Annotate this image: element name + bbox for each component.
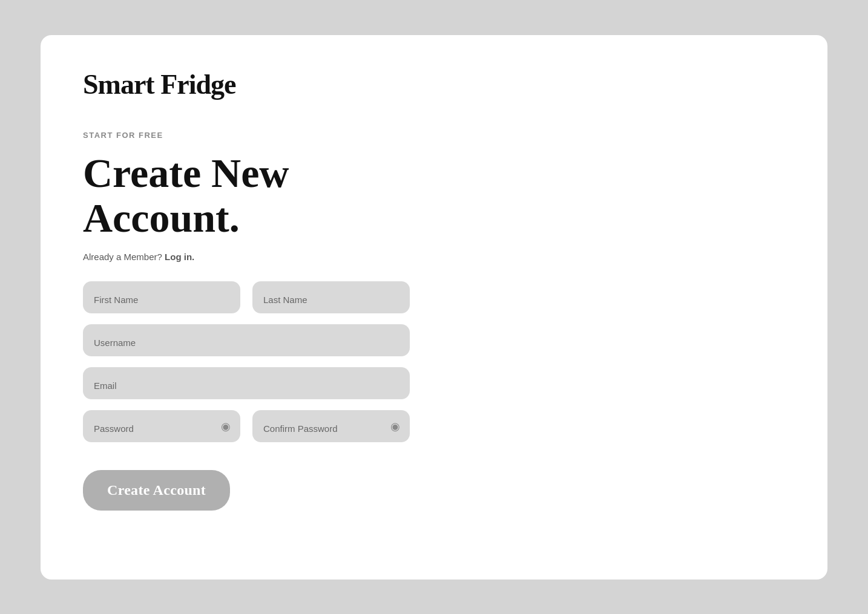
last-name-input[interactable] <box>252 281 410 313</box>
confirm-password-input[interactable] <box>252 410 410 442</box>
email-row <box>83 367 410 399</box>
member-text: Already a Member? Log in. <box>83 252 410 262</box>
last-name-group <box>252 281 410 313</box>
username-group <box>83 324 410 356</box>
username-input[interactable] <box>83 324 410 356</box>
create-account-button[interactable]: Create Account <box>83 470 230 511</box>
first-name-input[interactable] <box>83 281 240 313</box>
confirm-password-group: ◉ <box>252 410 410 442</box>
app-title: Smart Fridge <box>83 68 785 100</box>
email-input[interactable] <box>83 367 410 399</box>
password-group: ◉ <box>83 410 240 442</box>
password-input[interactable] <box>83 410 240 442</box>
registration-card: Smart Fridge START FOR FREE Create New A… <box>41 35 827 580</box>
confirm-password-eye-icon[interactable]: ◉ <box>390 420 400 433</box>
first-name-group <box>83 281 240 313</box>
email-group <box>83 367 410 399</box>
login-link[interactable]: Log in. <box>165 252 194 262</box>
start-label: START FOR FREE <box>83 131 410 140</box>
password-row: ◉ ◉ <box>83 410 410 442</box>
name-row <box>83 281 410 313</box>
username-row <box>83 324 410 356</box>
page-heading: Create New Account. <box>83 151 410 241</box>
password-eye-icon[interactable]: ◉ <box>221 420 231 433</box>
